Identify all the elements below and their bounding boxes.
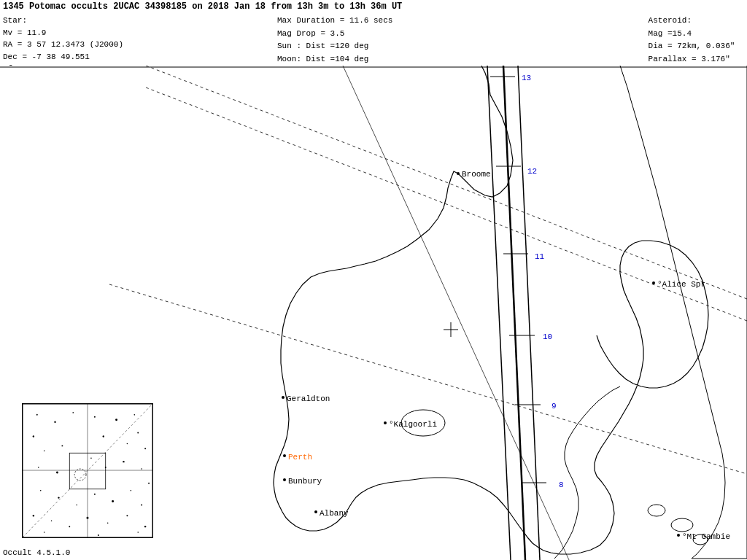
svg-point-51	[94, 416, 96, 418]
svg-point-55	[33, 435, 34, 437]
svg-point-84	[137, 532, 139, 533]
svg-point-67	[148, 483, 150, 484]
svg-text:11: 11	[535, 252, 545, 261]
max-duration: Max Duration = 11.6 secs	[277, 15, 398, 28]
svg-point-66	[141, 468, 142, 470]
title-bar: 1345 Potomac occults 2UCAC 34398185 on 2…	[3, 1, 402, 12]
occult-version: Occult 4.5.1.0	[3, 548, 70, 557]
svg-point-29	[282, 396, 285, 399]
parallax: Parallax = 3.176"	[649, 53, 740, 66]
svg-point-33	[283, 478, 286, 481]
version-text: Occult 4.5.1.0	[3, 548, 70, 557]
svg-text:10: 10	[543, 332, 552, 341]
svg-point-77	[69, 526, 70, 527]
svg-text:Bunbury: Bunbury	[288, 477, 322, 486]
svg-point-53	[133, 414, 135, 416]
svg-text:Albany: Albany	[320, 509, 349, 518]
svg-point-71	[94, 494, 96, 495]
svg-point-27	[457, 172, 460, 175]
svg-point-79	[107, 522, 109, 524]
svg-point-62	[56, 471, 58, 473]
svg-point-65	[123, 461, 124, 462]
svg-point-74	[141, 504, 142, 505]
svg-point-39	[652, 281, 655, 284]
inset-map	[22, 403, 153, 538]
title-text: 1345 Potomac occults 2UCAC 34398185 on 2…	[3, 1, 402, 12]
svg-point-64	[105, 467, 107, 468]
svg-point-69	[58, 497, 59, 498]
svg-point-35	[314, 510, 317, 513]
asteroid-mag: Mag =15.4	[649, 28, 740, 41]
svg-point-68	[40, 490, 42, 491]
svg-point-54	[137, 432, 139, 434]
svg-point-81	[144, 526, 146, 527]
svg-point-82	[44, 532, 45, 533]
svg-text:Geraldton: Geraldton	[287, 394, 330, 403]
svg-point-57	[61, 445, 63, 446]
svg-text:8: 8	[559, 481, 564, 489]
svg-text:9: 9	[551, 402, 557, 411]
ra: RA = 3 57 12.3473 (J2000)	[3, 39, 133, 51]
svg-point-80	[126, 515, 128, 516]
moon-dist: Moon: Dist =104 deg	[277, 53, 398, 66]
svg-point-37	[384, 421, 387, 424]
svg-point-70	[76, 505, 77, 506]
star-label: Star:	[3, 15, 133, 27]
mv: Mv = 11.9	[3, 27, 133, 39]
svg-point-52	[115, 419, 117, 421]
svg-point-49	[54, 421, 55, 423]
svg-point-58	[103, 435, 104, 437]
svg-text:Broome: Broome	[462, 170, 491, 179]
svg-point-48	[36, 414, 38, 416]
svg-point-41	[677, 534, 680, 537]
svg-point-73	[131, 490, 132, 491]
svg-text:°Kalgoorli: °Kalgoorli	[389, 420, 437, 429]
svg-point-31	[283, 454, 286, 457]
svg-point-59	[127, 443, 128, 445]
svg-point-61	[38, 467, 39, 468]
svg-text:12: 12	[527, 167, 537, 176]
main-container: 1345 Potomac occults 2UCAC 34398185 on 2…	[0, 0, 747, 560]
svg-text:Perth: Perth	[288, 453, 312, 462]
mag-drop: Mag Drop = 3.5	[277, 28, 398, 41]
sun-dist: Sun : Dist =120 deg	[277, 40, 398, 53]
asteroid-label: Asteroid:	[649, 15, 740, 28]
asteroid-dia: Dia = 72km, 0.036"	[649, 40, 740, 53]
svg-point-72	[112, 500, 114, 502]
svg-point-50	[72, 412, 74, 413]
svg-text:°Mt Gambie: °Mt Gambie	[682, 532, 730, 541]
svg-point-76	[51, 520, 53, 521]
svg-point-63	[90, 457, 92, 459]
svg-point-56	[44, 451, 45, 452]
svg-point-75	[33, 515, 34, 516]
svg-point-60	[144, 448, 146, 449]
svg-text:°Alice Spr: °Alice Spr	[657, 280, 705, 289]
svg-text:13: 13	[522, 74, 531, 82]
dec: Dec = -7 38 49.551	[3, 51, 133, 63]
svg-point-78	[87, 517, 89, 519]
svg-point-83	[98, 534, 99, 536]
